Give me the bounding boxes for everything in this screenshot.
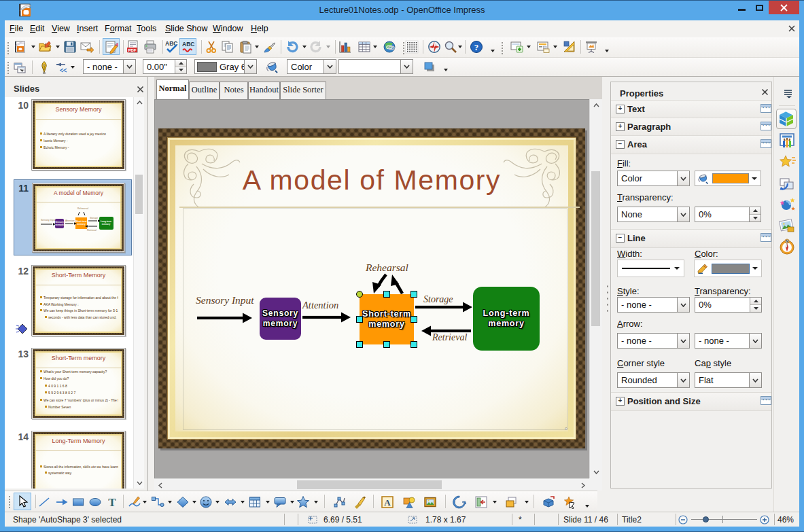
svg-text:Retrieval: Retrieval <box>87 229 97 232</box>
svg-text:memory: memory <box>102 223 111 226</box>
svg-text:Attention: Attention <box>65 219 75 222</box>
svg-text:A: A <box>384 497 391 508</box>
svg-text:?: ? <box>474 42 479 52</box>
svg-text:N: N <box>786 239 788 243</box>
svg-text:memory: memory <box>55 224 64 226</box>
svg-text:memory: memory <box>77 223 86 226</box>
svg-text:Sensory Input: Sensory Input <box>41 219 56 221</box>
svg-text:Rehearsal: Rehearsal <box>77 207 88 210</box>
svg-text:PDF: PDF <box>128 48 137 52</box>
svg-text:ABC: ABC <box>182 41 194 48</box>
svg-text:Storage: Storage <box>90 217 98 219</box>
svg-text:T: T <box>108 496 116 509</box>
